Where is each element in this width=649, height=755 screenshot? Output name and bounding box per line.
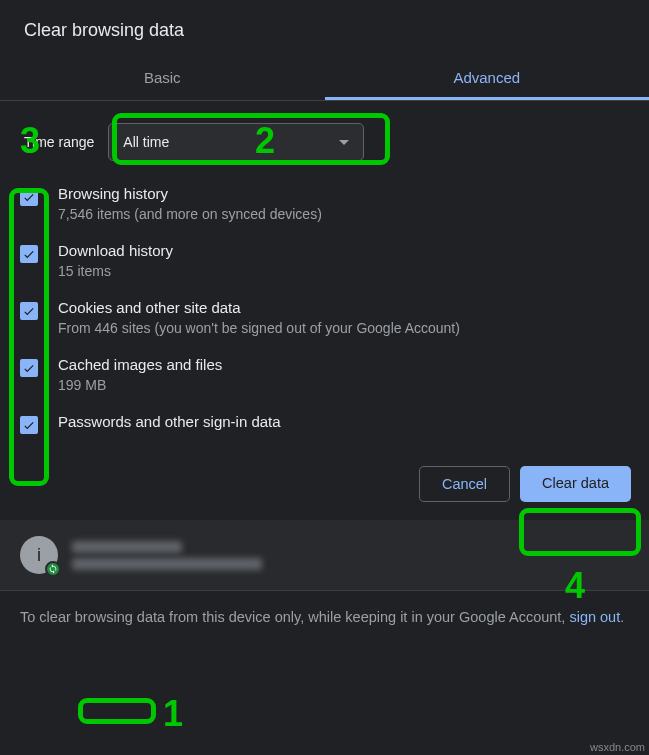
tab-advanced[interactable]: Advanced <box>325 55 650 100</box>
time-range-value: All time <box>123 134 169 150</box>
check-icon <box>22 361 36 375</box>
dialog-title: Clear browsing data <box>0 0 649 55</box>
option-passwords: Passwords and other sign-in data <box>20 403 629 444</box>
option-name: Cookies and other site data <box>58 299 460 316</box>
option-name: Browsing history <box>58 185 322 202</box>
option-text: Passwords and other sign-in data <box>58 413 281 434</box>
option-desc: 7,546 items (and more on synced devices) <box>58 206 322 222</box>
sync-badge-icon <box>45 561 61 577</box>
annotation-number-1: 1 <box>163 693 183 735</box>
checkbox-cached[interactable] <box>20 359 38 377</box>
option-cookies: Cookies and other site data From 446 sit… <box>20 289 629 346</box>
clear-browsing-data-dialog: Clear browsing data Basic Advanced Time … <box>0 0 649 647</box>
cancel-button[interactable]: Cancel <box>419 466 510 502</box>
option-desc: 15 items <box>58 263 173 279</box>
option-name: Download history <box>58 242 173 259</box>
option-name: Passwords and other sign-in data <box>58 413 281 430</box>
check-icon <box>22 304 36 318</box>
option-cached: Cached images and files 199 MB <box>20 346 629 403</box>
option-text: Browsing history 7,546 items (and more o… <box>58 185 322 222</box>
checkbox-cookies[interactable] <box>20 302 38 320</box>
check-icon <box>22 247 36 261</box>
avatar-letter: i <box>37 545 41 566</box>
time-range-row: Time range All time <box>0 101 649 175</box>
avatar: i <box>20 536 58 574</box>
check-icon <box>22 190 36 204</box>
chevron-down-icon <box>339 140 349 145</box>
sign-out-link[interactable]: sign out <box>569 609 620 625</box>
checkbox-browsing-history[interactable] <box>20 188 38 206</box>
annotation-box-1 <box>78 698 156 724</box>
option-desc: From 446 sites (you won't be signed out … <box>58 320 460 336</box>
option-text: Cached images and files 199 MB <box>58 356 222 393</box>
tab-basic[interactable]: Basic <box>0 55 325 100</box>
check-icon <box>22 418 36 432</box>
time-range-dropdown[interactable]: All time <box>108 123 364 161</box>
option-text: Cookies and other site data From 446 sit… <box>58 299 460 336</box>
watermark: wsxdn.com <box>590 741 645 753</box>
option-desc: 199 MB <box>58 377 222 393</box>
dialog-button-row: Cancel Clear data <box>0 448 649 520</box>
account-area: i <box>0 520 649 590</box>
account-lines <box>72 541 262 570</box>
option-text: Download history 15 items <box>58 242 173 279</box>
checkbox-download-history[interactable] <box>20 245 38 263</box>
option-name: Cached images and files <box>58 356 222 373</box>
account-name-blurred <box>72 541 182 553</box>
footer-note: To clear browsing data from this device … <box>0 591 649 647</box>
clear-data-button[interactable]: Clear data <box>520 466 631 502</box>
footer-prefix: To clear browsing data from this device … <box>20 609 569 625</box>
checkbox-passwords[interactable] <box>20 416 38 434</box>
option-browsing-history: Browsing history 7,546 items (and more o… <box>20 175 629 232</box>
footer-suffix: . <box>620 609 624 625</box>
option-download-history: Download history 15 items <box>20 232 629 289</box>
account-email-blurred <box>72 558 262 570</box>
options-list: Browsing history 7,546 items (and more o… <box>0 175 649 444</box>
time-range-label: Time range <box>24 134 94 150</box>
tab-bar: Basic Advanced <box>0 55 649 100</box>
